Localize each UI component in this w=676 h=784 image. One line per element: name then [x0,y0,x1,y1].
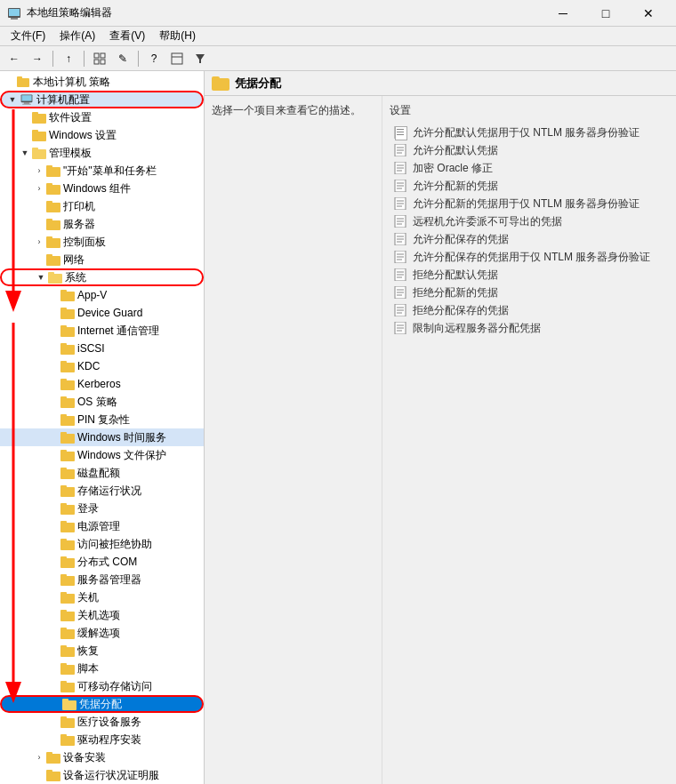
setting-icon-5 [393,215,407,228]
setting-label-3: 允许分配新的凭据 [413,179,498,194]
setting-label-4: 允许分配新的凭据用于仅 NTLM 服务器身份验证 [413,196,640,212]
tree-item-healthattestation[interactable]: 医疗设备服务 [0,713,204,731]
close-button[interactable]: ✕ [628,0,669,27]
tree-item-software[interactable]: 软件设置 [0,108,204,126]
tree-item-srvmgr[interactable]: 服务器管理器 [0,571,204,588]
appv-folder-icon [60,289,75,301]
setting-label-0: 允许分配默认凭据用于仅 NTLM 服务器身份验证 [413,125,640,140]
tree-item-windows[interactable]: Windows 设置 [0,126,204,144]
setting-item-6[interactable]: 允许分配保存的凭据 [390,230,669,248]
tree-item-kerberos[interactable]: Kerberos [0,375,204,393]
tree-label-inetcomm: Internet 通信管理 [77,324,159,339]
tree-item-computer[interactable]: ▼ 计算机配置 [0,91,204,108]
tree-label-admin: 管理模板 [49,146,92,161]
tree-item-appv[interactable]: App-V [0,286,204,304]
tree-item-wincomponents[interactable]: › Windows 组件 [0,180,204,197]
export-button[interactable] [166,49,188,68]
svg-rect-43 [60,343,67,347]
tree-item-network[interactable]: 网络 [0,251,204,268]
tree-item-deviceinstall[interactable]: › 设备安装 [0,748,204,766]
iscsi-expander [46,341,60,356]
setting-item-3[interactable]: 允许分配新的凭据 [390,177,669,195]
tree-item-recovery[interactable]: 恢复 [0,642,204,660]
computer-icon-wrapper [20,93,34,106]
tree-item-pincomplexity[interactable]: PIN 复杂性 [0,411,204,428]
removablestorage-expander [46,679,60,693]
setting-item-2[interactable]: 加密 Oracle 修正 [390,159,669,177]
setting-item-11[interactable]: 限制向远程服务器分配凭据 [390,319,669,337]
tree-label-script: 脚本 [77,661,99,676]
edit-button[interactable]: ✎ [112,49,133,68]
forward-button[interactable]: → [27,49,48,68]
tree-item-script[interactable]: 脚本 [0,660,204,677]
tree-item-inetcomm[interactable]: Internet 通信管理 [0,322,204,340]
setting-item-9[interactable]: 拒绝分配新的凭据 [390,284,669,301]
tree-label-wincomponents: Windows 组件 [63,181,131,196]
help-button[interactable]: ? [143,49,165,68]
tree-item-diskquota[interactable]: 磁盘配额 [0,464,204,482]
menu-file[interactable]: 文件(F) [4,27,52,45]
login-expander [46,501,60,516]
setting-label-6: 允许分配保存的凭据 [413,232,509,247]
tree-item-root[interactable]: 本地计算机 策略 [0,73,204,91]
menu-help[interactable]: 帮助(H) [152,27,203,45]
tree-item-deviceguard[interactable]: Device Guard [0,304,204,322]
tree-item-winfileprotect[interactable]: Windows 文件保护 [0,446,204,464]
setting-item-8[interactable]: 拒绝分配默认凭据 [390,266,669,284]
tree-item-distcom[interactable]: 分布式 COM [0,553,204,571]
tree-label-pincomplexity: PIN 复杂性 [77,412,130,428]
setting-item-1[interactable]: 允许分配默认凭据 [390,141,669,159]
tree-item-login[interactable]: 登录 [0,500,204,517]
shutdown-expander [46,590,60,604]
maximize-button[interactable]: □ [585,0,626,27]
login-folder-icon [60,502,75,515]
tree-item-server[interactable]: 服务器 [0,215,204,233]
setting-item-4[interactable]: 允许分配新的凭据用于仅 NTLM 服务器身份验证 [390,195,669,212]
tree-item-startmenu[interactable]: › "开始"菜单和任务栏 [0,162,204,180]
tree-item-kdc[interactable]: KDC [0,357,204,375]
filter-button[interactable] [189,49,211,68]
back-button[interactable]: ← [4,49,25,68]
tree-item-admin[interactable]: ▼ 管理模板 [0,144,204,162]
minimize-button[interactable]: ─ [543,0,583,27]
menu-action[interactable]: 操作(A) [52,27,102,45]
tree-item-wintimeservice[interactable]: Windows 时间服务 [0,428,204,446]
show-hide-button[interactable] [89,49,110,68]
svg-marker-9 [196,54,205,63]
tree-item-system[interactable]: ▼ 系统 [0,268,204,286]
diskquota-expander [46,466,60,480]
setting-icon-11 [393,322,407,334]
menu-view[interactable]: 查看(V) [102,27,152,45]
tree-item-printer[interactable]: 打印机 [0,197,204,215]
tree-item-shutdownopts[interactable]: 关机选项 [0,606,204,624]
svg-rect-39 [60,308,67,311]
srvmgr-expander [46,572,60,587]
setting-icon-7 [393,251,407,263]
tree-item-cacheopts[interactable]: 缓解选项 [0,624,204,642]
tree-item-storagestatus[interactable]: 存储运行状况 [0,482,204,500]
setting-item-7[interactable]: 允许分配保存的凭据用于仅 NTLM 服务器身份验证 [390,248,669,266]
setting-item-0[interactable]: 允许分配默认凭据用于仅 NTLM 服务器身份验证 [390,124,669,141]
tree-item-powermgmt[interactable]: 电源管理 [0,517,204,535]
tree-item-ospolicy[interactable]: OS 策略 [0,393,204,411]
setting-item-5[interactable]: 远程机允许委派不可导出的凭据 [390,212,669,230]
up-button[interactable]: ↑ [58,49,79,68]
tree-item-deviceruntime[interactable]: 设备运行状况证明服 [0,766,204,784]
accessdenied-expander [46,537,60,551]
powermgmt-folder-icon [60,520,75,532]
tree-item-iscsi[interactable]: iSCSI [0,340,204,357]
tree-item-driverinstall[interactable]: 驱动程序安装 [0,731,204,748]
startmenu-folder-icon [46,164,60,177]
setting-item-10[interactable]: 拒绝分配保存的凭据 [390,301,669,319]
svg-rect-81 [60,681,67,684]
pincomplexity-folder-icon [60,413,75,426]
kdc-folder-icon [60,360,75,372]
healthattestation-folder-icon [60,716,75,728]
tree-item-shutdown[interactable]: 关机 [0,588,204,606]
server-expander [32,217,46,231]
tree-item-accessdenied[interactable]: 访问被拒绝协助 [0,535,204,553]
tree-item-control[interactable]: › 控制面板 [0,233,204,251]
tree-item-removablestorage[interactable]: 可移动存储访问 [0,677,204,695]
tree-item-credentialdelegation[interactable]: 凭据分配 [0,695,204,713]
svg-rect-55 [60,450,67,453]
